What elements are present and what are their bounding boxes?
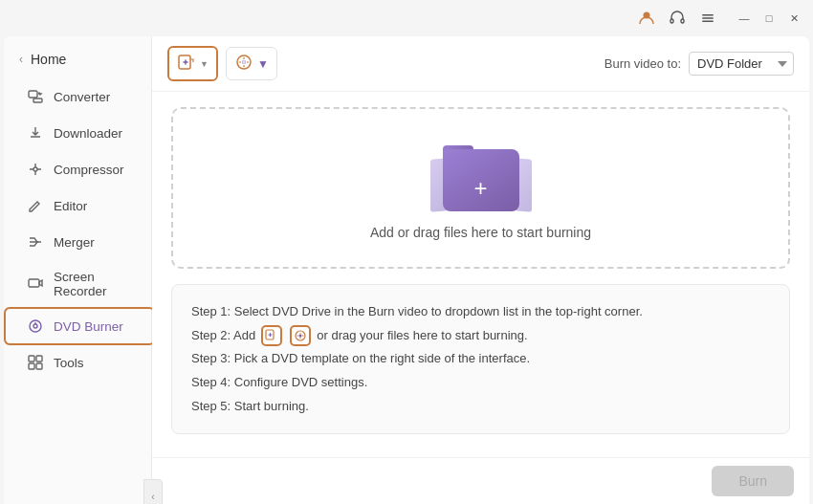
downloader-icon bbox=[27, 124, 44, 142]
converter-label: Converter bbox=[54, 90, 110, 104]
user-icon[interactable] bbox=[633, 5, 660, 32]
add-file-button[interactable]: ▼ bbox=[167, 46, 218, 81]
main-content: ▼ ▼ Burn video to: DVD Folder DVD Disc I bbox=[152, 36, 809, 504]
step-2-suffix: or drag your files here to start burning… bbox=[317, 324, 527, 348]
dvd-burner-label: DVD Burner bbox=[54, 319, 123, 334]
svg-rect-15 bbox=[29, 363, 34, 369]
svg-point-8 bbox=[33, 167, 37, 171]
sidebar-item-screen-recorder[interactable]: Screen Recorder bbox=[11, 261, 143, 307]
tools-label: Tools bbox=[54, 356, 84, 370]
sidebar-item-merger[interactable]: Merger bbox=[11, 225, 143, 259]
back-chevron-icon: ‹ bbox=[19, 53, 23, 66]
svg-rect-3 bbox=[702, 14, 714, 16]
add-file-dropdown-arrow: ▼ bbox=[200, 59, 209, 69]
drop-zone[interactable]: + Add or drag files here to start burnin… bbox=[171, 107, 790, 269]
bottom-bar: Burn bbox=[152, 457, 809, 504]
step-2: Step 2: Add or drag bbox=[191, 324, 770, 348]
add-media-button[interactable]: ▼ bbox=[226, 47, 277, 80]
step-3: Step 3: Pick a DVD template on the right… bbox=[191, 347, 770, 371]
maximize-button[interactable]: □ bbox=[758, 7, 780, 30]
editor-label: Editor bbox=[54, 199, 87, 213]
add-file-icon bbox=[177, 53, 196, 75]
drop-zone-text: Add or drag files here to start burning bbox=[370, 225, 591, 240]
sidebar-item-downloader[interactable]: Downloader bbox=[11, 116, 143, 150]
menu-icon[interactable] bbox=[694, 5, 721, 32]
svg-rect-1 bbox=[670, 19, 673, 23]
minimize-button[interactable]: — bbox=[733, 7, 756, 30]
tools-icon bbox=[27, 354, 44, 371]
headset-icon[interactable] bbox=[664, 5, 691, 32]
sidebar-item-compressor[interactable]: Compressor bbox=[11, 152, 143, 186]
step-1: Step 1: Select DVD Drive in the Burn vid… bbox=[191, 300, 770, 324]
burn-video-select[interactable]: DVD Folder DVD Disc ISO File bbox=[689, 52, 794, 76]
svg-rect-9 bbox=[29, 279, 39, 287]
svg-rect-2 bbox=[681, 19, 684, 23]
svg-rect-13 bbox=[29, 356, 34, 362]
app-body: ‹ Home Converter Downloader bbox=[4, 36, 809, 504]
home-label: Home bbox=[31, 52, 66, 67]
step-2-add-media-icon bbox=[290, 325, 311, 346]
downloader-label: Downloader bbox=[54, 126, 122, 141]
compressor-icon bbox=[27, 161, 44, 178]
svg-point-22 bbox=[299, 335, 302, 338]
burn-button[interactable]: Burn bbox=[712, 466, 794, 496]
dvd-burner-icon bbox=[27, 318, 44, 335]
burn-video-label: Burn video to: bbox=[604, 56, 681, 71]
svg-rect-16 bbox=[36, 363, 42, 369]
sidebar-item-tools[interactable]: Tools bbox=[11, 345, 143, 380]
svg-rect-4 bbox=[702, 17, 714, 19]
merger-icon bbox=[27, 233, 44, 251]
converter-icon bbox=[27, 88, 44, 105]
svg-point-10 bbox=[30, 320, 41, 332]
step-4-text: Step 4: Configure DVD settings. bbox=[191, 371, 367, 395]
screen-recorder-label: Screen Recorder bbox=[54, 270, 128, 298]
screen-recorder-icon bbox=[27, 275, 44, 293]
sidebar-item-converter[interactable]: Converter bbox=[11, 79, 143, 114]
sidebar: ‹ Home Converter Downloader bbox=[4, 36, 152, 504]
svg-rect-6 bbox=[29, 91, 37, 98]
folder-illustration: + bbox=[438, 140, 524, 211]
content-body: + Add or drag files here to start burnin… bbox=[152, 92, 809, 457]
titlebar: — □ ✕ bbox=[0, 0, 813, 36]
step-5-text: Step 5: Start burning. bbox=[191, 395, 309, 419]
sidebar-collapse-button[interactable]: ‹ bbox=[143, 479, 163, 504]
svg-rect-5 bbox=[702, 21, 714, 23]
step-2-add-file-icon bbox=[261, 325, 282, 346]
sidebar-home[interactable]: ‹ Home bbox=[4, 44, 151, 78]
svg-rect-7 bbox=[33, 99, 42, 102]
step-5: Step 5: Start burning. bbox=[191, 395, 770, 419]
step-4: Step 4: Configure DVD settings. bbox=[191, 371, 770, 395]
editor-icon bbox=[27, 197, 44, 214]
merger-label: Merger bbox=[54, 235, 95, 250]
step-3-text: Step 3: Pick a DVD template on the right… bbox=[191, 347, 530, 371]
step-2-prefix: Step 2: Add bbox=[191, 324, 255, 348]
close-button[interactable]: ✕ bbox=[782, 7, 805, 30]
compressor-label: Compressor bbox=[54, 163, 124, 177]
window-controls: — □ ✕ bbox=[733, 7, 805, 30]
step-1-text: Step 1: Select DVD Drive in the Burn vid… bbox=[191, 300, 643, 324]
add-media-icon bbox=[234, 53, 253, 75]
steps-panel: Step 1: Select DVD Drive in the Burn vid… bbox=[171, 284, 790, 434]
sidebar-item-editor[interactable]: Editor bbox=[11, 188, 143, 223]
add-media-dropdown-arrow: ▼ bbox=[257, 57, 269, 71]
svg-point-11 bbox=[33, 324, 37, 328]
svg-rect-14 bbox=[36, 356, 42, 362]
sidebar-item-dvd-burner[interactable]: DVD Burner bbox=[11, 309, 143, 343]
toolbar: ▼ ▼ Burn video to: DVD Folder DVD Disc I bbox=[152, 36, 809, 92]
